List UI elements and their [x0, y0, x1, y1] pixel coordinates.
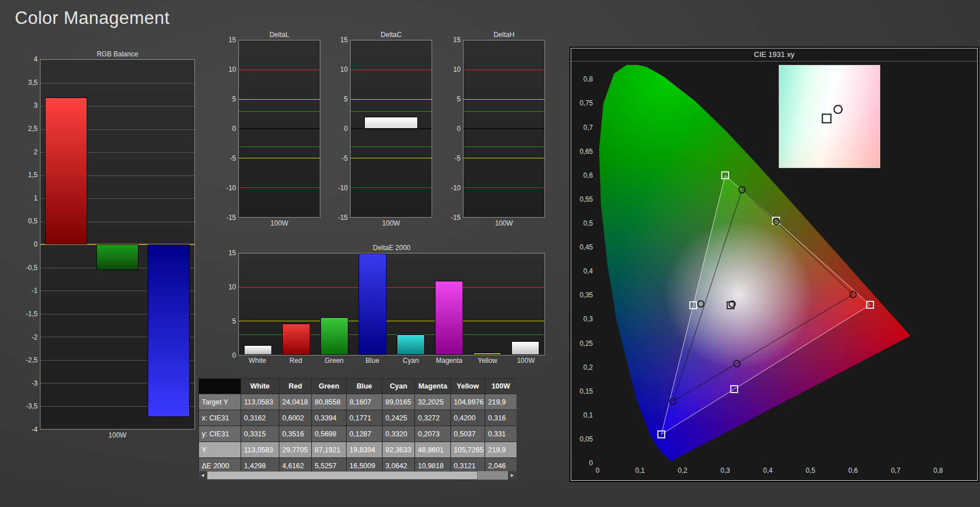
ref-line-5	[239, 321, 544, 321]
cie-x-tick-label: 0	[596, 467, 600, 475]
table-row-y[interactable]: Y113,058329,770587,192119,839492,363348,…	[199, 442, 517, 458]
whitepoint-measured-marker	[833, 105, 843, 114]
y-tick-label: 1	[34, 194, 38, 202]
delta-h-plot	[463, 40, 545, 218]
y-tick-label: -3,5	[26, 402, 38, 410]
y-tick-label: 10	[453, 66, 461, 73]
ref-line-3	[239, 111, 320, 112]
table-horizontal-scrollbar[interactable]: ◄ ►	[198, 471, 517, 480]
table-cell[interactable]: 219,9	[485, 394, 517, 410]
table-cell[interactable]: 19,8394	[347, 442, 383, 458]
y-tick-label: 10	[229, 283, 236, 291]
ref-line--3	[463, 146, 544, 147]
cie-y-tick-label: 0	[589, 459, 593, 467]
table-cell[interactable]: 113,0583	[241, 394, 279, 410]
cie-y-tick-label: 0,1	[583, 411, 593, 419]
table-cell[interactable]: 105,7265	[451, 442, 485, 458]
gridline	[40, 83, 194, 84]
measurement-table: WhiteRedGreenBlueCyanMagentaYellow100WTa…	[198, 378, 517, 474]
y-tick-label: 3	[34, 101, 38, 109]
table-cell[interactable]: 24,0418	[279, 394, 312, 410]
bar-white	[244, 345, 271, 355]
table-cell[interactable]: 0,5037	[451, 426, 485, 442]
table-row-x-cie31[interactable]: x: CIE310,31620,60020,33940,17710,24250,…	[199, 410, 517, 426]
y-tick-label: 0	[344, 125, 348, 133]
cie-plot-area	[597, 65, 968, 463]
delta-e-category-labels: WhiteRedGreenBlueCyanMagentaYellow100W	[238, 357, 545, 365]
rgb-balance-plot	[40, 59, 195, 430]
table-cell[interactable]: 80,8558	[312, 394, 347, 410]
table-cell[interactable]: 32,2025	[415, 394, 451, 410]
scroll-left-button[interactable]: ◄	[198, 471, 207, 480]
ref-line-10	[239, 69, 320, 70]
table-cell[interactable]: 8,1607	[347, 394, 383, 410]
y-tick-label: 0,5	[28, 217, 38, 225]
table-row-target-y[interactable]: Target Y113,058324,041880,85588,160789,0…	[199, 394, 517, 410]
cie-y-tick-label: 0,35	[580, 291, 593, 299]
table-cell[interactable]: 48,8601	[415, 442, 451, 458]
cie-y-tick-label: 0,55	[580, 195, 593, 203]
cie-diagram-content: 0,80,750,70,650,60,550,50,450,40,350,30,…	[571, 62, 977, 480]
ref-line-3	[463, 111, 544, 112]
table-cell[interactable]: 0,331	[485, 426, 517, 442]
page-title: Color Management	[15, 8, 170, 28]
table-cell[interactable]: 219,9	[485, 442, 517, 458]
y-tick-label: -2,5	[26, 356, 38, 364]
delta-l-panel: DeltaL 151050-5-10-15 100W	[223, 30, 320, 230]
ref-line--5	[239, 158, 320, 158]
column-header-100w: 100W	[485, 379, 517, 394]
table-cell[interactable]: 92,3633	[383, 442, 415, 458]
delta-h-panel: DeltaH 151050-5-10-15 100W	[448, 30, 545, 230]
table-cell[interactable]: 0,3394	[312, 410, 347, 426]
y-tick-label: 5	[232, 95, 236, 103]
bar-red	[45, 97, 87, 244]
y-tick-label: 15	[453, 36, 461, 44]
bar-100w	[364, 117, 418, 129]
table-cell[interactable]: 0,1287	[347, 426, 383, 442]
table-cell[interactable]: 0,2425	[383, 410, 415, 426]
table-cell[interactable]: 104,8976	[451, 394, 485, 410]
table-cell[interactable]: 0,3320	[383, 426, 415, 442]
column-header-blue: Blue	[347, 379, 383, 394]
cie-y-tick-label: 0,45	[580, 243, 593, 251]
y-tick-label: -10	[451, 184, 461, 192]
cie-x-tick-label: 0,7	[891, 467, 901, 475]
delta-c-title: DeltaC	[335, 30, 432, 40]
color-management-window: Color Management RGB Balance 43,532,521,…	[0, 0, 980, 507]
y-tick-label: 10	[229, 66, 236, 73]
table-cell[interactable]: 113,0583	[241, 442, 279, 458]
scrollbar-track[interactable]	[207, 471, 508, 480]
table-cell[interactable]: 0,2073	[415, 426, 451, 442]
table-cell[interactable]: 87,1921	[312, 442, 347, 458]
table-cell[interactable]: 0,3516	[279, 426, 312, 442]
table-cell[interactable]: 0,4200	[451, 410, 485, 426]
y-tick-label: -10	[226, 184, 236, 192]
table-cell[interactable]: 89,0165	[383, 394, 415, 410]
category-label-magenta: Magenta	[430, 357, 468, 365]
y-tick-label: 0	[232, 351, 236, 359]
bar-yellow	[473, 353, 501, 355]
cie-y-tick-label: 0,6	[583, 171, 593, 179]
rgb-balance-y-axis: 43,532,521,510,50-0,5-1-1,5-2-2,5-3-3,5-…	[23, 59, 40, 430]
ref-line--10	[239, 187, 320, 188]
cie-y-tick-label: 0,2	[583, 363, 593, 371]
cie-y-tick-label: 0,65	[580, 148, 593, 156]
delta-h-y-axis: 151050-5-10-15	[448, 40, 463, 218]
table-cell[interactable]: 0,3272	[415, 410, 451, 426]
ref-line--3	[351, 146, 432, 147]
y-tick-label: 0	[232, 125, 236, 133]
table-row-y-cie31[interactable]: y: CIE310,33150,35160,56980,12870,33200,…	[199, 426, 517, 442]
table-cell[interactable]: 0,3315	[241, 426, 279, 442]
table-cell[interactable]: 0,316	[485, 410, 517, 426]
table-cell[interactable]: 0,6002	[279, 410, 312, 426]
table-cell[interactable]: 0,5698	[312, 426, 347, 442]
cie-y-tick-label: 0,8	[583, 75, 593, 83]
rgb-balance-title: RGB Balance	[23, 49, 195, 59]
delta-l-plot	[238, 40, 320, 218]
table-cell[interactable]: 0,3162	[241, 410, 279, 426]
table-cell[interactable]: 0,1771	[347, 410, 383, 426]
bar-green	[96, 244, 139, 270]
scroll-right-button[interactable]: ►	[508, 471, 517, 480]
table-cell[interactable]: 29,7705	[279, 442, 312, 458]
scrollbar-thumb[interactable]	[207, 471, 478, 480]
